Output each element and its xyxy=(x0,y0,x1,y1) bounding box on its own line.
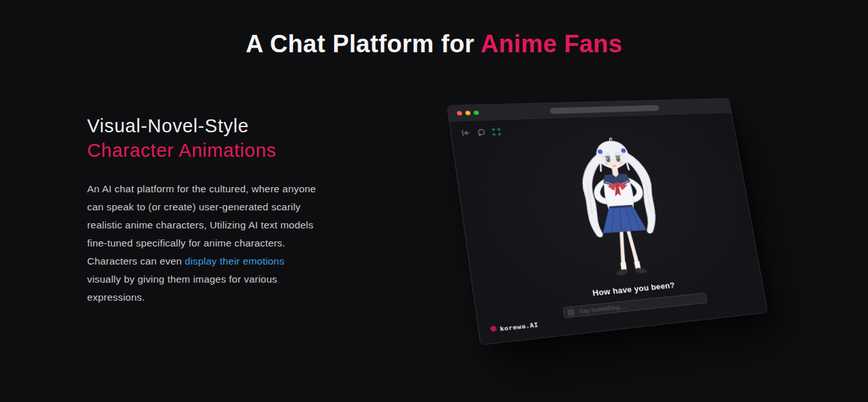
emote-icon[interactable] xyxy=(567,308,575,316)
logo-text: korewa.AI xyxy=(500,321,539,332)
window-content: How have you been? ✽ korewa.AI xyxy=(450,114,767,345)
feature-description: An AI chat platform for the cultured, wh… xyxy=(87,180,318,307)
page-title: A Chat Platform for Anime Fans xyxy=(0,30,868,58)
collapse-sidebar-icon[interactable] xyxy=(461,129,471,137)
emotions-link[interactable]: display their emotions xyxy=(185,256,284,266)
traffic-light-maximize-button[interactable] xyxy=(474,110,479,115)
feature-heading-line1: Visual-Novel-Style xyxy=(87,116,249,136)
page-title-prefix: A Chat Platform for xyxy=(246,30,481,57)
browser-window: How have you been? ✽ korewa.AI xyxy=(447,98,768,345)
feature-panel: Visual-Novel-StyleCharacter Animations A… xyxy=(87,114,319,307)
page-title-highlight: Anime Fans xyxy=(481,30,622,57)
flower-icon: ✽ xyxy=(489,325,498,333)
chat-bubble-icon[interactable] xyxy=(476,128,487,137)
feature-heading: Visual-Novel-StyleCharacter Animations xyxy=(87,114,319,163)
feature-description-after-link: visually by giving them images for vario… xyxy=(87,274,277,303)
url-bar[interactable] xyxy=(550,105,660,114)
app-toolbar xyxy=(461,128,501,137)
feature-description-before-link: An AI chat platform for the cultured, wh… xyxy=(87,183,316,266)
korewa-logo: ✽ korewa.AI xyxy=(489,320,539,333)
fullscreen-icon[interactable] xyxy=(492,128,502,136)
page: A Chat Platform for Anime Fans Visual-No… xyxy=(0,0,868,402)
traffic-light-close-button[interactable] xyxy=(457,111,463,116)
character-illustration xyxy=(549,127,691,285)
feature-heading-line2: Character Animations xyxy=(87,138,319,163)
chat-input[interactable] xyxy=(577,294,703,315)
traffic-light-minimize-button[interactable] xyxy=(465,111,471,116)
